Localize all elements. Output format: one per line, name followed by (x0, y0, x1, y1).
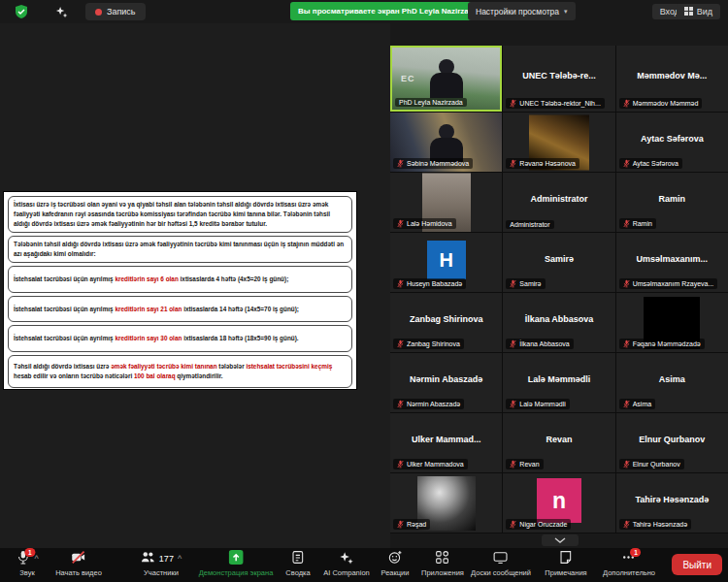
toolbar-button-label: Сводка (285, 568, 310, 577)
participant-tile[interactable]: HHuseyn Babazadə (390, 233, 502, 292)
participant-name-center: Məmmədov Mə... (618, 71, 726, 81)
toolbar-button-label: Участники (144, 568, 179, 577)
participant-tile[interactable]: Ulker Mammad...Ulker Mammadova (390, 413, 502, 472)
participant-name-center: Aytac Səfərova (618, 134, 726, 144)
participant-name-center: İlkana Abbasova (505, 314, 612, 324)
toolbar-reactions-button[interactable]: Реакции (381, 551, 410, 577)
recording-indicator[interactable]: Запись (85, 3, 146, 20)
participant-name-label: Revan (506, 459, 543, 469)
participant-grid: ECPhD Leyla NazirzadaUNEC Tələbə-re...UN… (390, 46, 728, 534)
participant-name-center: UNEC Tələbə-re... (505, 71, 612, 81)
participant-tile[interactable]: Rəşad (390, 473, 502, 533)
toolbar-summary-button[interactable]: Сводка (285, 551, 310, 577)
participant-tile[interactable]: Səbinə Məmmədova (390, 113, 502, 172)
notification-badge: 1 (24, 548, 35, 557)
security-shield-icon[interactable] (14, 4, 29, 19)
participant-name-label: Ulker Mammadova (393, 459, 468, 469)
participant-tile[interactable]: Məmmədov Mə...Məmmədov Məmməd (616, 46, 728, 112)
participant-tile[interactable]: Fəqanə Məmmədzadə (616, 293, 728, 352)
participant-name-label: Huseyn Babazadə (393, 278, 466, 289)
toolbar-button-label: Доски сообщений (471, 568, 531, 577)
doc-text-block: İxtisası üzrə iş təcrübəsi olan əyani və… (8, 196, 352, 233)
participant-tile[interactable]: AdministratorAdministrator (503, 173, 614, 232)
muted-mic-icon (397, 159, 404, 168)
muted-mic-icon (623, 159, 630, 168)
toolbar-button-label: AI Companion (323, 568, 370, 577)
apps-icon (435, 550, 449, 568)
avatar: n (537, 478, 581, 523)
participant-name-center: Tahirə Həsənzadə (618, 495, 726, 504)
participant-name-label: Umsəlmaxanım Rzayeva... (619, 278, 718, 289)
toolbar-whiteboards-button[interactable]: Доски сообщений (471, 551, 531, 577)
participant-name-label: UNEC Tələbə-rektor_Nih... (506, 98, 605, 109)
participant-tile[interactable]: Zanbag ShirinovaZanbag Shirinova (390, 293, 502, 352)
participant-tile[interactable]: Umsəlmaxanım...Umsəlmaxanım Rzayeva... (616, 233, 728, 292)
leave-button[interactable]: Выйти (672, 554, 722, 575)
muted-mic-icon (397, 520, 404, 529)
shared-document: İxtisası üzrə iş təcrübəsi olan əyani və… (3, 191, 357, 390)
participant-name-label: Lalə Məmmədli (506, 399, 569, 409)
toolbar-ai-companion-button[interactable]: AI Companion (323, 551, 370, 577)
smiley-icon (387, 550, 402, 568)
participant-tile[interactable]: Lalə Həmidova (390, 173, 502, 232)
participant-tile[interactable]: ECPhD Leyla Nazirzada (390, 46, 502, 112)
participant-name-label: Samirə (506, 278, 545, 289)
participant-tile[interactable]: SamirəSamirə (503, 233, 614, 292)
toolbar-apps-button[interactable]: Приложения (421, 551, 464, 577)
participant-tile[interactable]: İlkana Abbasovaİlkana Abbasova (503, 293, 614, 352)
muted-mic-icon (397, 460, 404, 469)
ai-sparkle-icon[interactable] (55, 5, 68, 17)
muted-mic-icon (623, 520, 630, 529)
participant-count: 177 (159, 554, 174, 564)
people-icon (141, 550, 155, 568)
participant-tile[interactable]: nNigar Oruczade (503, 473, 614, 533)
doc-text-block: İstehsalat təcrübəsi üçün ayrılmış kredi… (8, 296, 352, 323)
video-off-icon (72, 550, 86, 568)
muted-mic-icon (397, 400, 404, 408)
grid-view-icon (684, 7, 693, 17)
muted-mic-icon (510, 340, 516, 348)
toolbar-notes-button[interactable]: Примечания (545, 551, 586, 577)
participant-tile[interactable]: UNEC Tələbə-re...UNEC Tələbə-rektor_Nih.… (503, 46, 614, 112)
participant-name-label: Rəvanə Həsənova (506, 158, 579, 169)
caret-up-icon[interactable]: ^ (178, 555, 182, 564)
participant-tile[interactable]: RevanRevan (503, 413, 614, 472)
toolbar-button-label: Примечания (545, 568, 586, 577)
chevron-down-icon (554, 537, 566, 543)
video-background-text: EC (401, 74, 415, 83)
grid-more-button[interactable] (542, 534, 579, 546)
muted-mic-icon (623, 99, 630, 108)
caret-up-icon[interactable]: ^ (34, 555, 38, 564)
person-silhouette (430, 73, 463, 98)
participant-tile[interactable]: AsimaAsima (616, 353, 728, 412)
participant-tile[interactable]: Rəvanə Həsənova (503, 113, 614, 172)
view-button[interactable]: Вид (677, 4, 720, 19)
participant-name-label: Tahirə Həsənzadə (619, 519, 691, 530)
avatar: H (427, 241, 466, 279)
view-settings-dropdown[interactable]: Настройки просмотра ▾ (468, 2, 576, 20)
participant-name-center: Zanbag Shirinova (392, 314, 500, 324)
participant-name-center: Ramin (618, 194, 726, 204)
participant-tile[interactable]: Tahirə HəsənzadəTahirə Həsənzadə (616, 473, 728, 533)
participant-name-label: Ramin (619, 218, 656, 229)
participant-name-center: Administrator (505, 194, 612, 204)
muted-mic-icon (623, 400, 630, 408)
toolbar-audio-button[interactable]: 1^Звук (16, 551, 38, 577)
toolbar-share-button[interactable]: Демонстрация экрана (199, 551, 274, 577)
zoom-meeting-window: Запись Вы просматриваете экран PhD Leyla… (0, 0, 728, 582)
toolbar-button-label: Дополнительно (603, 568, 655, 577)
participant-tile[interactable]: Lalə MəmmədliLalə Məmmədli (503, 353, 614, 412)
participant-tile[interactable]: Nərmin AbaszadəNərmin Abaszadə (390, 353, 502, 412)
doc-text-block: Təhsil aldığı dövrdə ixtisası üzrə əmək … (8, 355, 352, 388)
participant-name-label: Aytac Səfərova (619, 158, 682, 169)
doc-text-block: İstehsalat təcrübəsi üçün ayrılmış kredi… (8, 325, 352, 352)
toolbar-more-button[interactable]: 1Дополнительно (603, 551, 655, 577)
toolbar-participants-button[interactable]: 177^Участники (141, 551, 182, 577)
toolbar-video-button[interactable]: Начать видео (55, 551, 102, 577)
participant-tile[interactable]: Elnur QurbanovElnur Qurbanov (616, 413, 728, 472)
muted-mic-icon (397, 279, 404, 288)
participant-name-center: Elnur Qurbanov (618, 435, 726, 444)
participant-tile[interactable]: RaminRamin (616, 173, 728, 232)
participant-tile[interactable]: Aytac SəfərovaAytac Səfərova (616, 113, 728, 172)
muted-mic-icon (623, 219, 630, 228)
